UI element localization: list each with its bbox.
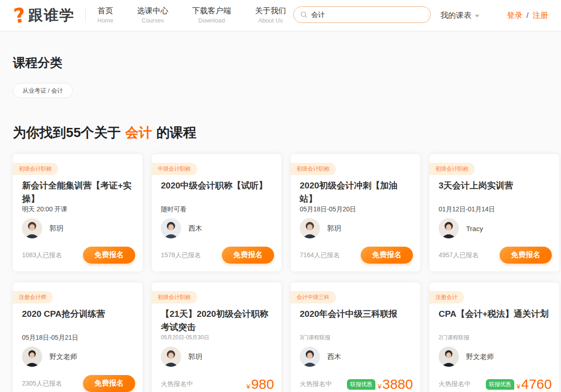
currency-symbol: ¥ [247,382,250,390]
login-link[interactable]: 登录 [507,11,522,20]
category-tag: 初级会计职称 [152,291,197,304]
teacher-row: 郭玥 [22,218,63,238]
combo-discount-badge: 联报优惠 [486,379,514,390]
top-header: ? 跟谁学 首页 Home 选课中心 Courses 下载客户端 Downloa… [0,0,561,31]
teacher-name: 西木 [327,353,341,361]
category-tag: 中级会计职称 [152,163,197,175]
course-title: 新会计全能集训营【考证+实操】 [22,179,133,205]
free-signup-button[interactable]: 免费报名 [83,375,135,392]
price: 联报优惠 ¥ 3880 [347,376,413,392]
category-tag: 注册会计 [429,291,464,304]
course-card[interactable]: 中级会计职称 2020中级会计职称【试听】 随时可看 西木 1578人已报名 免… [152,154,281,271]
course-schedule: 05月18日-05月21日 [22,334,78,342]
enroll-status: 火热报名中 [439,380,471,388]
teacher-row: 西木 [161,218,202,238]
results-prefix: 为你找到55个关于 [13,125,121,140]
free-signup-button[interactable]: 免费报名 [500,247,552,264]
nav-home-zh: 首页 [98,6,114,16]
category-tag: 初级会计职称 [291,163,336,175]
nav-item-about[interactable]: 关于我们 About Us [255,6,286,25]
results-keyword: 会计 [125,125,152,140]
card-bottom: 火热报名中 ¥ 980 [161,376,274,392]
enroll-count: 7164人已报名 [300,251,340,259]
page-title: 课程分类 [13,55,561,71]
card-bottom: 火热报名中 联报优惠 ¥ 4760 [439,376,552,392]
teacher-avatar [22,347,42,367]
course-grid: 初级会计职称 新会计全能集训营【考证+实操】 明天 20:00 开课 郭玥 10… [13,154,559,392]
teacher-avatar [439,218,459,238]
course-schedule: 05月18日-05月20日 [300,205,356,214]
auth-separator: / [527,11,529,20]
teacher-name: 西木 [188,224,202,233]
teacher-name: 郭玥 [327,224,341,233]
genshuixue-logo[interactable]: ? 跟谁学 [14,6,75,26]
course-card[interactable]: 注册会计师 2020 CPA抢分训练营 05月18日-05月21日 野文老师 2… [13,282,143,392]
page-content: 课程分类 从业考证 / 会计 为你找到55个关于会计的课程 初级会计职称 新会计… [0,55,561,392]
nav-download-zh: 下载客户端 [192,6,231,16]
enroll-count: 1083人已报名 [22,251,62,259]
course-title: 2020 CPA抢分训练营 [22,307,133,320]
results-suffix: 的课程 [156,125,196,140]
course-schedule: 05月20日-05月30日 [161,334,209,342]
my-schedule-dropdown[interactable]: 我的课表 [440,10,479,21]
enroll-count: 1578人已报名 [161,251,201,259]
register-link[interactable]: 注册 [533,11,548,20]
teacher-avatar [439,347,459,367]
nav-courses-zh: 选课中心 [137,6,168,16]
course-card[interactable]: 初级会计职称 2020初级会计冲刺【加油站】 05月18日-05月20日 郭玥 … [291,154,420,271]
price: 联报优惠 ¥ 4760 [486,376,552,392]
teacher-row: 野文老师 [439,347,494,367]
price-value: 3880 [382,376,413,392]
free-signup-button[interactable]: 免费报名 [222,247,274,264]
my-schedule-label: 我的课表 [440,10,472,21]
currency-symbol: ¥ [517,382,520,390]
teacher-name: 郭玥 [50,224,63,233]
free-signup-button[interactable]: 免费报名 [83,247,135,264]
nav-courses-en: Courses [137,17,168,25]
search-input[interactable] [311,11,424,19]
course-title: 2020初级会计冲刺【加油站】 [300,179,411,205]
search-box[interactable] [293,6,431,23]
price-value: 980 [251,376,274,392]
course-card[interactable]: 会计中级三科 2020年会计中级三科联报 3门课程联报 西木 火热报名中 联报优… [291,282,420,392]
teacher-avatar [300,347,320,367]
teacher-avatar [161,218,181,238]
price-value: 4760 [521,376,552,392]
course-title: 2020中级会计职称【试听】 [161,179,272,192]
course-schedule: 3门课程联报 [300,334,330,342]
nav-item-home[interactable]: 首页 Home [98,6,114,25]
breadcrumb[interactable]: 从业考证 / 会计 [13,83,73,98]
teacher-avatar [161,347,181,367]
free-signup-button[interactable]: 免费报名 [361,247,413,264]
teacher-name: Tracy [466,225,483,232]
price: ¥ 980 [247,376,274,392]
card-bottom: 火热报名中 联报优惠 ¥ 3880 [300,376,413,392]
nav-item-download[interactable]: 下载客户端 Download [192,6,231,25]
card-bottom: 1083人已报名 免费报名 [22,247,135,264]
teacher-name: 野文老师 [466,353,494,361]
course-schedule: 01月12日-01月14日 [439,205,495,214]
course-card[interactable]: 初级会计职称 3天会计上岗实训营 01月12日-01月14日 Tracy 495… [429,154,559,271]
course-title: CPA【会计+税法】通关计划 [439,307,550,320]
nav-item-courses[interactable]: 选课中心 Courses [137,6,168,25]
results-title: 为你找到55个关于会计的课程 [13,124,561,142]
nav-download-en: Download [192,17,231,25]
main-nav: 首页 Home 选课中心 Courses 下载客户端 Download 关于我们… [98,6,286,25]
header-right: 我的课表 登录 / 注册 [428,0,548,31]
combo-discount-badge: 联报优惠 [347,379,375,390]
course-title: 【21天】2020初级会计职称考试突击 [161,307,272,334]
teacher-row: Tracy [439,218,483,238]
header-right-divider [428,10,429,21]
teacher-row: 郭玥 [300,218,341,238]
teacher-name: 野文老师 [50,353,77,361]
course-card[interactable]: 注册会计 CPA【会计+税法】通关计划 2门课程联报 野文老师 火热报名中 联报… [429,282,559,392]
header-divider [85,9,86,22]
teacher-row: 郭玥 [161,347,202,367]
course-card[interactable]: 初级会计职称 【21天】2020初级会计职称考试突击 05月20日-05月30日… [152,282,281,392]
teacher-row: 西木 [300,347,341,367]
nav-about-en: About Us [255,17,286,25]
nav-about-zh: 关于我们 [255,6,286,16]
course-schedule: 明天 20:00 开课 [22,205,67,214]
course-card[interactable]: 初级会计职称 新会计全能集训营【考证+实操】 明天 20:00 开课 郭玥 10… [13,154,143,271]
course-schedule: 随时可看 [161,205,187,214]
